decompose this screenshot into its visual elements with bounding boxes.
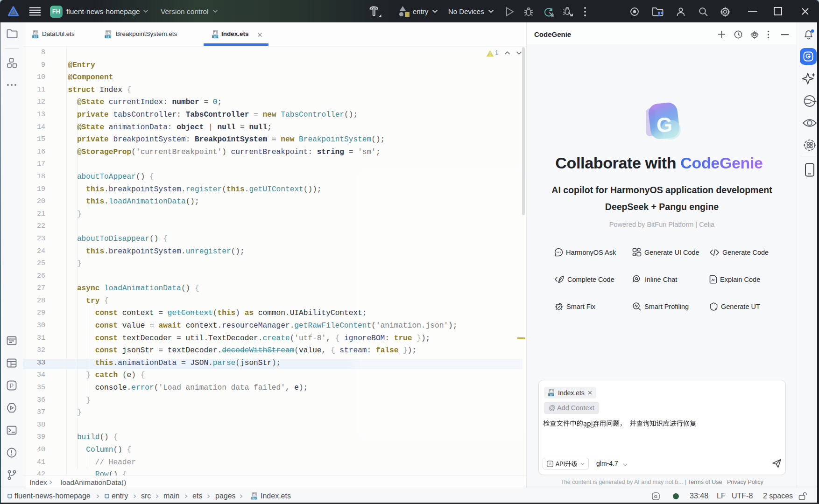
svg-text:G: G bbox=[654, 494, 657, 499]
svg-text:P: P bbox=[10, 383, 14, 389]
svg-text:G: G bbox=[657, 113, 672, 136]
svg-text:A: A bbox=[549, 462, 551, 466]
